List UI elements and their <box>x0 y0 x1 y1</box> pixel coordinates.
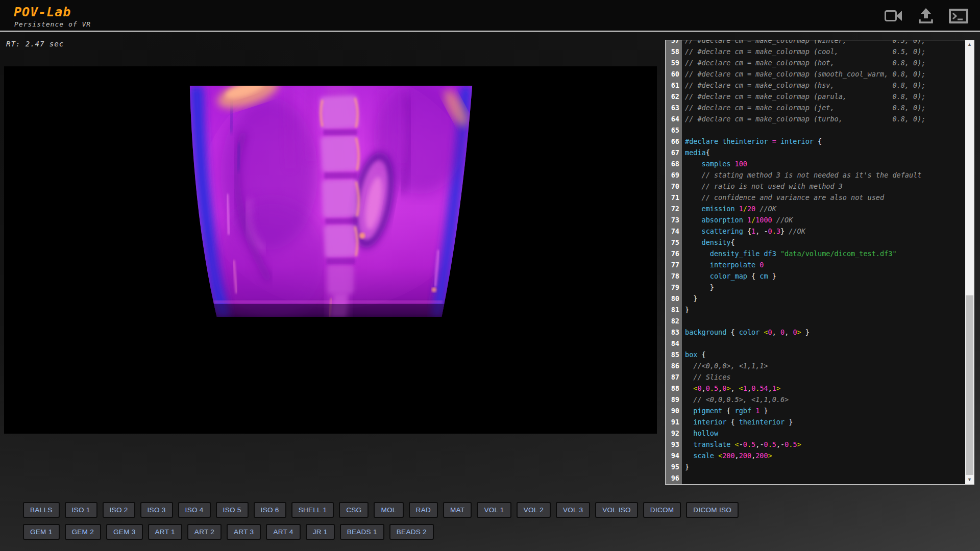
scene-buttons-row-2: GEM 1GEM 2GEM 3ART 1ART 2ART 3ART 4JR 1B… <box>23 524 434 540</box>
scene-button-iso-5[interactable]: ISO 5 <box>216 502 249 518</box>
line-number: 79 <box>666 282 682 293</box>
code-line: density{ <box>685 237 965 248</box>
line-number: 92 <box>666 428 682 439</box>
code-line: // #declare cm = make_colormap (parula, … <box>685 91 965 102</box>
line-number: 59 <box>666 57 682 68</box>
app-subtitle: Persistence of VR <box>14 20 91 28</box>
line-number: 65 <box>666 124 682 136</box>
scene-button-gem-2[interactable]: GEM 2 <box>65 524 102 540</box>
code-line: #declare theinterior = interior { <box>685 136 965 147</box>
line-number: 86 <box>666 360 682 371</box>
scene-button-beads-2[interactable]: BEADS 2 <box>389 524 434 540</box>
editor-scrollbar[interactable]: ▲ ▼ <box>965 40 974 484</box>
code-line: } <box>685 461 965 472</box>
upload-icon[interactable] <box>917 8 935 24</box>
video-record-icon[interactable] <box>884 9 903 23</box>
scene-button-art-3[interactable]: ART 3 <box>227 524 261 540</box>
code-line: // #declare cm = make_colormap (smooth_c… <box>685 68 965 80</box>
scene-button-iso-1[interactable]: ISO 1 <box>65 502 97 518</box>
scene-button-gem-1[interactable]: GEM 1 <box>23 524 60 540</box>
scene-buttons-row-1: BALLSISO 1ISO 2ISO 3ISO 4ISO 5ISO 6SHELL… <box>23 502 739 518</box>
render-time-status: RT: 2.47 sec <box>6 40 64 48</box>
line-number: 84 <box>666 338 682 349</box>
scene-button-iso-3[interactable]: ISO 3 <box>140 502 173 518</box>
scene-button-vol-1[interactable]: VOL 1 <box>477 502 511 518</box>
line-number: 90 <box>666 405 682 416</box>
code-line: // ratio is not used with method 3 <box>685 181 965 192</box>
code-line: // Slices <box>685 371 965 383</box>
line-number: 89 <box>666 394 682 405</box>
line-number: 67 <box>666 147 682 158</box>
code-area[interactable]: // #declare cm = make_colormap (winter, … <box>682 40 965 484</box>
line-number: 88 <box>666 383 682 394</box>
scene-button-csg[interactable]: CSG <box>339 502 369 518</box>
code-line: interior { theinterior } <box>685 416 965 428</box>
scene-button-vol-3[interactable]: VOL 3 <box>556 502 590 518</box>
code-line: background { color <0, 0, 0> } <box>685 327 965 338</box>
scene-button-dicom-iso[interactable]: DICOM ISO <box>686 502 739 518</box>
line-number: 73 <box>666 214 682 226</box>
terminal-icon[interactable] <box>948 8 969 24</box>
line-number: 61 <box>666 80 682 91</box>
code-line: scattering {1, -0.3} //OK <box>685 226 965 237</box>
line-number: 57 <box>666 40 682 46</box>
scene-button-mat[interactable]: MAT <box>443 502 472 518</box>
app-logo: POV-Lab <box>14 5 71 19</box>
line-number: 77 <box>666 259 682 270</box>
line-number: 76 <box>666 248 682 259</box>
scene-button-art-4[interactable]: ART 4 <box>266 524 300 540</box>
scene-button-balls[interactable]: BALLS <box>23 502 60 518</box>
line-number: 62 <box>666 91 682 102</box>
scene-button-rad[interactable]: RAD <box>409 502 438 518</box>
line-number: 64 <box>666 113 682 124</box>
line-number: 78 <box>666 270 682 282</box>
code-line <box>685 315 965 327</box>
scene-button-beads-1[interactable]: BEADS 1 <box>340 524 384 540</box>
scene-button-art-1[interactable]: ART 1 <box>148 524 182 540</box>
scene-button-vol-iso[interactable]: VOL ISO <box>595 502 638 518</box>
line-number: 66 <box>666 136 682 147</box>
header-toolbar <box>884 8 969 24</box>
line-number: 72 <box>666 203 682 214</box>
line-number-gutter: 5758596061626364656667686970717273747576… <box>666 40 682 484</box>
scene-button-shell-1[interactable]: SHELL 1 <box>291 502 334 518</box>
code-line: // <0,0,0.5>, <1,1,0.6> <box>685 394 965 405</box>
scroll-up-arrow[interactable]: ▲ <box>965 40 974 49</box>
scene-button-dicom[interactable]: DICOM <box>643 502 681 518</box>
scroll-down-arrow[interactable]: ▼ <box>965 475 974 484</box>
code-line: pigment { rgbf 1 } <box>685 405 965 416</box>
line-number: 87 <box>666 371 682 383</box>
code-line: color_map { cm } <box>685 270 965 282</box>
code-line: box { <box>685 349 965 360</box>
scene-button-gem-3[interactable]: GEM 3 <box>106 524 143 540</box>
line-number: 70 <box>666 181 682 192</box>
line-number: 91 <box>666 416 682 428</box>
code-line: // stating method 3 is not needed as it'… <box>685 169 965 181</box>
scene-button-art-2[interactable]: ART 2 <box>187 524 222 540</box>
scene-button-iso-2[interactable]: ISO 2 <box>103 502 135 518</box>
line-number: 82 <box>666 315 682 327</box>
code-line: // #declare cm = make_colormap (jet, 0.8… <box>685 102 965 113</box>
code-editor[interactable]: 5758596061626364656667686970717273747576… <box>665 40 974 485</box>
line-number: 80 <box>666 293 682 304</box>
line-number: 95 <box>666 461 682 472</box>
scene-button-iso-6[interactable]: ISO 6 <box>254 502 286 518</box>
line-number: 75 <box>666 237 682 248</box>
code-line: // #declare cm = make_colormap (winter, … <box>685 40 965 46</box>
code-line: media{ <box>685 147 965 158</box>
scroll-thumb[interactable] <box>966 295 973 475</box>
scene-button-vol-2[interactable]: VOL 2 <box>517 502 551 518</box>
code-line: samples 100 <box>685 158 965 169</box>
code-line <box>685 124 965 136</box>
line-number: 81 <box>666 304 682 315</box>
code-line: density_file df3 "data/volume/dicom_test… <box>685 248 965 259</box>
scene-button-mol[interactable]: MOL <box>374 502 403 518</box>
code-line: hollow <box>685 428 965 439</box>
scene-button-jr-1[interactable]: JR 1 <box>306 524 335 540</box>
code-line: } <box>685 293 965 304</box>
code-line: emission 1/20 //OK <box>685 203 965 214</box>
dicom-volume-render <box>4 66 657 434</box>
line-number: 68 <box>666 158 682 169</box>
scene-button-iso-4[interactable]: ISO 4 <box>178 502 211 518</box>
code-line: // #declare cm = make_colormap (hsv, 0.8… <box>685 80 965 91</box>
